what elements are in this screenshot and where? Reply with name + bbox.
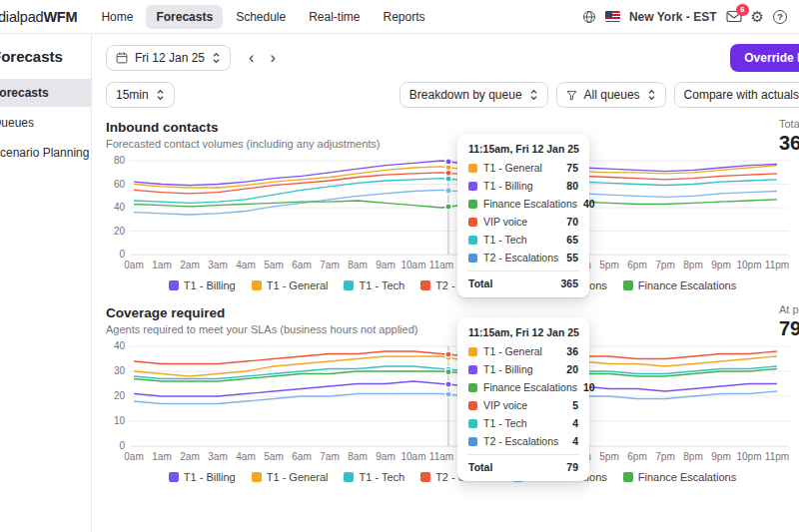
x-tick-label: 5am bbox=[264, 260, 283, 270]
tooltip-total-value: 79 bbox=[566, 461, 578, 473]
queues-filter-select[interactable]: All queues bbox=[556, 82, 666, 108]
nav-item-home[interactable]: Home bbox=[91, 5, 143, 29]
plot-area: 010203040 bbox=[106, 343, 799, 449]
compare-with-actuals-button[interactable]: Compare with actuals bbox=[674, 82, 799, 108]
nav-links: HomeForecastsScheduleReal-timeReports bbox=[91, 5, 434, 29]
x-tick-label: 7am bbox=[320, 260, 339, 270]
tooltip-row-label: Finance Escalations bbox=[483, 198, 577, 210]
x-tick-label: 0am bbox=[124, 260, 143, 270]
tooltip-row-swatch bbox=[468, 182, 477, 191]
breakdown-select[interactable]: Breakdown by queue bbox=[400, 82, 548, 108]
legend-item-t1-tech[interactable]: T1 - Tech bbox=[344, 279, 404, 291]
y-tick-label: 40 bbox=[114, 340, 125, 351]
legend-swatch bbox=[344, 280, 354, 290]
x-tick-label: 10pm bbox=[736, 451, 761, 462]
next-day-button[interactable]: › bbox=[266, 48, 279, 68]
tooltip-row-value: 75 bbox=[566, 162, 578, 174]
main-content: Fri 12 Jan 25 ‹ › Override Forecast 15mi… bbox=[92, 34, 799, 532]
date-picker[interactable]: Fri 12 Jan 25 bbox=[106, 45, 231, 71]
sidebar-item-scenario-planning[interactable]: Scenario Planning bbox=[0, 139, 92, 167]
x-tick-label: 6pm bbox=[627, 451, 646, 462]
tooltip-title: 11:15am, Fri 12 Jan 25 bbox=[468, 143, 578, 155]
y-tick-label: 20 bbox=[114, 226, 125, 237]
coverage-required-chart: Coverage required Agents required to mee… bbox=[106, 305, 799, 483]
tooltip-row-value: 40 bbox=[583, 198, 595, 210]
x-tick-label: 2am bbox=[180, 451, 199, 462]
globe-icon[interactable] bbox=[582, 10, 596, 24]
tooltip-row-value: 4 bbox=[572, 435, 578, 447]
x-tick-label: 5am bbox=[264, 451, 283, 462]
tooltip-total-label: Total bbox=[468, 277, 492, 289]
date-value: Fri 12 Jan 25 bbox=[135, 51, 205, 65]
x-tick-label: 11pm bbox=[765, 451, 789, 462]
legend-swatch bbox=[420, 280, 430, 290]
chart-subtitle: Agents required to meet your SLAs (busin… bbox=[106, 323, 799, 335]
updown-caret-icon bbox=[647, 89, 656, 101]
x-tick-label: 10pm bbox=[736, 260, 761, 270]
tooltip-rows: T1 - General36T1 - Billing20Finance Esca… bbox=[468, 345, 578, 447]
tooltip-row-value: 80 bbox=[566, 180, 578, 192]
x-tick-label: 11am bbox=[429, 260, 453, 270]
legend-item-t1-general[interactable]: T1 - General bbox=[252, 279, 329, 291]
x-tick-label: 9am bbox=[376, 451, 395, 462]
legend-item-finance-escalations[interactable]: Finance Escalations bbox=[623, 279, 736, 291]
queues-filter-value: All queues bbox=[584, 88, 640, 102]
interval-select[interactable]: 15min bbox=[106, 82, 175, 108]
tooltip-row: T2 - Escalations4 bbox=[468, 435, 578, 447]
x-tick-label: 4am bbox=[236, 260, 255, 270]
updown-caret-icon bbox=[212, 52, 221, 64]
sidebar-item-queues[interactable]: Queues bbox=[0, 109, 92, 137]
x-tick-label: 0am bbox=[124, 451, 143, 462]
legend-item-t1-billing[interactable]: T1 - Billing bbox=[169, 279, 236, 291]
legend-item-t1-tech[interactable]: T1 - Tech bbox=[344, 471, 404, 483]
legend-swatch bbox=[252, 472, 262, 482]
total-value: 365 bbox=[779, 132, 799, 155]
legend-swatch bbox=[623, 280, 633, 290]
legend-item-finance-escalations[interactable]: Finance Escalations bbox=[623, 471, 736, 483]
legend-label: T1 - General bbox=[267, 279, 329, 291]
app-logo[interactable]: dialpadWFM bbox=[0, 9, 77, 25]
x-tick-label: 10am bbox=[400, 260, 425, 270]
locale-label[interactable]: New York - EST bbox=[629, 10, 717, 24]
sidebar-item-forecasts[interactable]: Forecasts bbox=[0, 79, 92, 107]
tooltip-row-swatch bbox=[468, 236, 477, 245]
sidebar: Forecasts ForecastsQueuesScenario Planni… bbox=[0, 34, 92, 532]
breakdown-value: Breakdown by queue bbox=[409, 88, 522, 102]
override-forecast-button[interactable]: Override Forecast bbox=[730, 44, 799, 72]
tooltip-row: T1 - General75 bbox=[468, 162, 578, 174]
x-tick-label: 9pm bbox=[711, 451, 730, 462]
tooltip-row-value: 55 bbox=[566, 252, 578, 264]
x-tick-label: 9am bbox=[376, 260, 395, 270]
nav-item-reports[interactable]: Reports bbox=[374, 5, 435, 29]
mail-button[interactable]: 6 bbox=[726, 10, 742, 23]
legend-swatch bbox=[623, 472, 633, 482]
total-value: 79 bbox=[779, 317, 799, 340]
legend-swatch bbox=[420, 472, 430, 482]
tooltip-row-value: 4 bbox=[572, 417, 578, 429]
logo-wfm-text: WFM bbox=[43, 9, 77, 25]
legend-label: T1 - Billing bbox=[184, 471, 236, 483]
x-tick-label: 1am bbox=[152, 260, 171, 270]
y-tick-label: 60 bbox=[114, 179, 125, 190]
help-icon[interactable] bbox=[773, 10, 787, 24]
gear-icon[interactable] bbox=[751, 9, 764, 24]
nav-item-schedule[interactable]: Schedule bbox=[226, 5, 296, 29]
tooltip-row-label: T1 - Tech bbox=[483, 417, 566, 429]
tooltip-total-value: 365 bbox=[560, 277, 578, 289]
total-label: At peak bbox=[779, 303, 799, 315]
legend-item-t1-general[interactable]: T1 - General bbox=[252, 471, 329, 483]
tooltip-row-label: VIP voice bbox=[483, 216, 560, 228]
prev-day-button[interactable]: ‹ bbox=[245, 48, 258, 68]
updown-caret-icon bbox=[529, 89, 538, 101]
tooltip-row-swatch bbox=[468, 419, 477, 428]
x-tick-label: 8am bbox=[348, 260, 367, 270]
compare-label: Compare with actuals bbox=[684, 88, 799, 102]
x-tick-label: 5pm bbox=[599, 451, 618, 462]
nav-item-forecasts[interactable]: Forecasts bbox=[146, 5, 223, 29]
x-tick-label: 11am bbox=[429, 451, 453, 462]
legend-item-t1-billing[interactable]: T1 - Billing bbox=[169, 471, 236, 483]
nav-item-real-time[interactable]: Real-time bbox=[299, 5, 370, 29]
tooltip-row-swatch bbox=[468, 164, 477, 173]
tooltip-row-value: 5 bbox=[572, 399, 578, 411]
x-tick-label: 2am bbox=[180, 260, 199, 270]
